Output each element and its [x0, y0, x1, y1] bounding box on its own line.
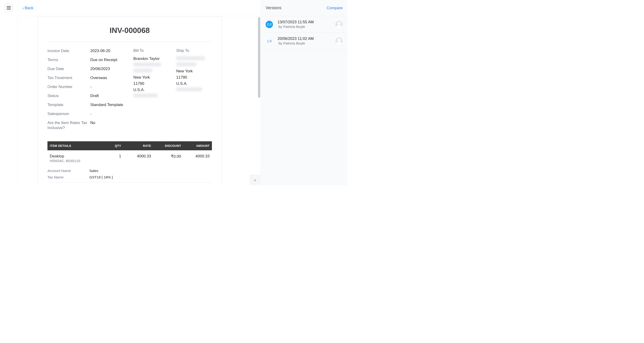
terms-value: Due on Receipt: [90, 57, 117, 63]
main-column: ‹ Back INV-000068 Invoice Date 2023-06-2…: [18, 0, 261, 185]
table-row: Desktop HSN/SAC: 85282110 1 4000.33 ₹0.0…: [48, 150, 212, 164]
salesperson-value: -: [90, 111, 92, 117]
item-amount: 4000.33: [183, 150, 212, 164]
items-table: ITEM DETAILS QTY RATE DISCOUNT AMOUNT De…: [48, 141, 212, 164]
version-badge: 2.0: [266, 21, 273, 28]
redacted-line: [176, 63, 196, 66]
item-name: Desktop: [50, 154, 100, 159]
tax-treatment-label: Tax Treatment: [48, 75, 90, 81]
version-date: 13/07/2023 11:55 AM: [278, 20, 331, 24]
bill-to-city: New York: [133, 75, 176, 80]
scrollbar-thumb[interactable]: [258, 17, 260, 98]
avatar-icon: [335, 21, 343, 28]
invoice-fields: Invoice Date 2023-06-20 Terms Due on Rec…: [48, 48, 133, 134]
svg-rect-2: [7, 9, 11, 10]
tax-inclusive-value: No: [90, 120, 95, 126]
ship-to-country: U.S.A.: [176, 81, 212, 87]
version-author: by Patricia Boyle: [278, 25, 331, 29]
item-subfields: Account Name Sales Tax Name GST18 [ 18% …: [48, 169, 212, 179]
status-value: Draft: [90, 93, 99, 99]
account-name-value: Sales: [89, 169, 98, 173]
info-grid: Invoice Date 2023-06-20 Terms Due on Rec…: [48, 48, 212, 134]
bill-to-country: U.S.A.: [133, 87, 176, 93]
menu-button[interactable]: [4, 4, 13, 12]
version-item[interactable]: 2.0 13/07/2023 11:55 AM by Patricia Boyl…: [261, 16, 347, 33]
bill-to-label: Bill To: [133, 48, 176, 53]
redacted-line: [133, 63, 161, 66]
col-amount: AMOUNT: [183, 141, 212, 150]
ship-to-city: New York: [176, 69, 212, 74]
tax-treatment-value: Overseas: [90, 75, 107, 81]
col-item: ITEM DETAILS: [48, 141, 103, 150]
top-bar: ‹ Back: [18, 0, 261, 16]
back-label: Back: [25, 6, 34, 10]
redacted-line: [176, 87, 202, 91]
content-scroll: INV-000068 Invoice Date 2023-06-20 Terms…: [18, 16, 261, 185]
terms-label: Terms: [48, 57, 90, 63]
bill-to-name: Brandon Taylor: [133, 56, 176, 62]
col-discount: DISCOUNT: [154, 141, 183, 150]
bill-to-zip: 11790: [133, 81, 176, 87]
salesperson-label: Salesperson: [48, 111, 90, 117]
versions-title: Versions: [266, 6, 282, 10]
invoice-title: INV-000068: [48, 26, 212, 35]
svg-rect-0: [7, 6, 11, 7]
due-date-value: 20/06/2023: [90, 66, 110, 72]
avatar-icon: [335, 37, 343, 45]
order-number-value: -: [90, 84, 92, 90]
version-item[interactable]: 1.0 20/06/2023 11:02 AM by Patricia Boyl…: [261, 33, 347, 49]
versions-panel: Versions Compare 2.0 13/07/2023 11:55 AM…: [261, 0, 347, 185]
version-date: 20/06/2023 11:02 AM: [278, 37, 331, 41]
invoice-date-value: 2023-06-20: [90, 48, 110, 54]
account-name-label: Account Name: [48, 169, 89, 173]
chevron-right-icon: ›: [254, 178, 256, 183]
tax-inclusive-label: Are the Item Rates Tax Inclusive?: [48, 120, 90, 131]
template-value: Standard Template: [90, 102, 123, 108]
redacted-line: [176, 56, 205, 60]
left-rail: [0, 0, 18, 185]
ship-to-label: Ship To: [176, 48, 212, 53]
due-date-label: Due Date: [48, 66, 90, 72]
redacted-line: [133, 69, 152, 73]
versions-header: Versions Compare: [261, 0, 347, 16]
ship-to-zip: 11790: [176, 75, 212, 80]
col-qty: QTY: [103, 141, 124, 150]
invoice-card: INV-000068 Invoice Date 2023-06-20 Terms…: [38, 17, 222, 185]
order-number-label: Order Number: [48, 84, 90, 90]
back-link[interactable]: ‹ Back: [22, 6, 34, 10]
tax-name-label: Tax Name: [48, 175, 89, 179]
template-label: Template: [48, 102, 90, 108]
col-rate: RATE: [124, 141, 154, 150]
bill-to-block: Bill To Brandon Taylor New York 11790 U.…: [133, 48, 176, 134]
item-qty: 1: [103, 150, 124, 164]
divider: [48, 182, 212, 182]
panel-collapse-button[interactable]: ›: [250, 175, 260, 185]
tax-name-value: GST18 [ 18% ]: [89, 175, 113, 179]
invoice-date-label: Invoice Date: [48, 48, 90, 54]
redacted-line: [133, 94, 158, 98]
hamburger-icon: [7, 6, 11, 10]
item-discount: ₹0.00: [154, 150, 183, 164]
compare-link[interactable]: Compare: [326, 6, 343, 10]
item-hsn: HSN/SAC: 85282110: [50, 159, 100, 163]
item-rate: 4000.33: [124, 150, 154, 164]
divider: [48, 42, 212, 42]
version-author: by Patricia Boyle: [278, 41, 331, 46]
chevron-left-icon: ‹: [22, 6, 24, 10]
version-badge: 1.0: [266, 37, 273, 45]
svg-rect-1: [7, 8, 11, 8]
status-label: Status: [48, 93, 90, 99]
ship-to-block: Ship To New York 11790 U.S.A.: [176, 48, 212, 134]
